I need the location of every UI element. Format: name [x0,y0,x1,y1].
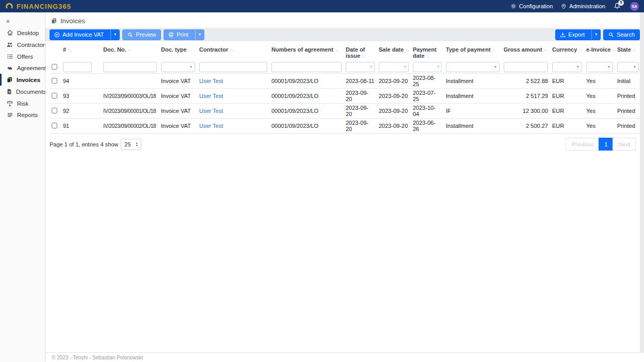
filter-currency-select[interactable]: ▾ [552,62,582,72]
print-dropdown-toggle[interactable]: ▾ [195,30,204,40]
sort-icon[interactable]: ↑↓ [362,54,365,59]
sort-icon[interactable]: ↑↓ [188,48,191,53]
clear-icon[interactable]: × [437,64,440,70]
col-doc-no[interactable]: Doc. No.↑↓ [101,44,159,61]
sidebar-item-risk[interactable]: Risk [0,97,45,109]
sort-icon[interactable]: ↑↓ [68,48,71,53]
chevron-down-icon: ▾ [577,65,579,69]
sidebar-item-reports[interactable]: Reports [0,109,45,121]
col-id[interactable]: #↑↓ [61,44,101,61]
cell-e-invoice: Yes [584,74,615,89]
print-button[interactable]: Print ▾ [164,29,204,40]
table-row[interactable]: 93 IV/2023/09/00003/OL/18 Invoice VAT Us… [50,89,644,104]
col-gross-amount[interactable]: Gross amount↑↓ [502,44,550,61]
sidebar-item-label: Agreements [17,65,49,71]
sidebar-item-contractors[interactable]: Contractors [0,39,45,51]
configuration-menu[interactable]: Configuration [510,3,553,9]
reports-icon [6,112,13,118]
chevron-down-icon: ▾ [494,65,496,69]
col-payment-date[interactable]: Payment date↑↓ [411,44,444,61]
page-1-button[interactable]: 1 [599,138,613,151]
plus-circle-icon [54,32,60,38]
sort-icon[interactable]: ↑↓ [613,48,616,53]
col-doc-type[interactable]: Doc. type↑↓ [159,44,197,61]
cell-type-of-payment: IF [444,104,502,119]
row-checkbox[interactable] [52,123,57,128]
filter-doc-no-input[interactable] [103,62,157,72]
cell-id: 93 [61,89,101,104]
filter-contractor-input[interactable] [199,62,267,72]
sidebar-item-invoices[interactable]: Invoices [0,74,45,86]
select-all-checkbox[interactable] [52,64,57,70]
add-invoice-vat-button[interactable]: Add Invoice VAT ▾ [50,29,120,40]
previous-page-button[interactable]: Previous [566,138,599,151]
filter-state-select[interactable]: ▾ [617,62,639,72]
filter-type-of-payment-select[interactable]: ▾ [446,62,500,72]
preview-button[interactable]: Preview [122,29,161,40]
contractor-link[interactable]: User Test [199,93,223,99]
sidebar-item-agreements[interactable]: Agreements [0,62,45,74]
cell-date-of-issue: 2023-09-20 [344,119,377,134]
sort-icon[interactable]: ↑↓ [492,48,495,53]
col-currency[interactable]: Currency↑↓ [550,44,584,61]
col-e-invoice[interactable]: e-Invoice↑↓ [584,44,615,61]
clear-icon[interactable]: × [369,64,373,70]
export-button[interactable]: Export ▾ [555,29,601,40]
chevron-down-icon: ▾ [114,32,116,37]
sort-icon[interactable]: ↑↓ [633,48,636,53]
row-checkbox[interactable] [52,93,57,98]
sort-icon[interactable]: ↑↓ [128,48,131,53]
col-state[interactable]: State↑↓ [615,44,641,61]
col-contractor[interactable]: Contractor↑↓ [197,44,269,61]
filter-e-invoice-select[interactable]: ▾ [586,62,613,72]
contractor-link[interactable]: User Test [199,78,223,84]
cell-payment-date: 2023-06-26 [411,119,444,134]
invoices-table-wrap: #↑↓ Doc. No.↑↓ Doc. type↑↓ Contractor↑↓ … [45,41,644,134]
scales-icon [6,100,13,107]
filter-agreement-input[interactable] [271,62,342,72]
col-agreement[interactable]: Numbers of agreement↑↓ [269,44,344,61]
sort-icon[interactable]: ↑↓ [405,48,408,53]
contractor-link[interactable]: User Test [199,123,223,129]
contractor-link[interactable]: User Test [199,108,223,114]
sidebar-item-offers[interactable]: Offers [0,51,45,62]
table-row[interactable]: 91 IV/2023/09/00002/OL/18 Invoice VAT Us… [50,119,644,134]
row-checkbox[interactable] [52,108,57,113]
sort-icon[interactable]: ↑↓ [578,48,582,53]
sidebar-item-label: Risk [17,101,28,107]
page-size-select[interactable]: 25 ▴▾ [121,139,141,150]
handshake-icon [6,65,13,71]
notifications-button[interactable]: 5 [614,2,622,10]
search-button[interactable]: Search [603,29,640,40]
pager: Previous 1 Next [566,138,636,151]
col-date-of-issue[interactable]: Date of issue↑↓ [344,44,377,61]
brand-logo[interactable]: FINANCING365 [5,2,71,10]
export-dropdown-toggle[interactable]: ▾ [591,30,600,40]
sort-icon[interactable]: ↑↓ [544,48,547,53]
filter-id-input[interactable] [63,62,92,72]
add-invoice-vat-dropdown-toggle[interactable]: ▾ [110,30,119,40]
invoices-icon [6,76,13,83]
cell-sale-date: 2023-09-20 [377,104,411,119]
cell-payment-date: 2023-10-04 [411,104,444,119]
cell-e-invoice: Yes [584,104,615,119]
sidebar-collapse-button[interactable]: « [0,15,45,27]
sort-icon[interactable]: ↑↓ [335,48,338,53]
col-type-of-payment[interactable]: Type of payment↑↓ [444,44,502,61]
table-row[interactable]: 94 Invoice VAT User Test 00001/09/2023/L… [50,74,644,89]
next-page-button[interactable]: Next [613,138,636,151]
filter-doc-type-select[interactable]: ▾ [161,62,195,72]
filter-gross-amount-input[interactable] [504,62,548,72]
table-row[interactable]: 92 IV/2023/09/00001/OL/18 Invoice VAT Us… [50,104,644,119]
clear-icon[interactable]: × [404,64,407,70]
sort-icon[interactable]: ↑↓ [426,54,429,59]
user-avatar[interactable]: SA [630,2,639,11]
sort-icon[interactable]: ↑↓ [230,48,233,53]
export-label: Export [568,31,585,38]
administration-menu[interactable]: Administration [561,3,605,10]
sidebar-item-documents[interactable]: Documents [0,86,45,97]
row-checkbox[interactable] [52,78,57,84]
sidebar-item-desktop[interactable]: Desktop [0,27,45,39]
col-sale-date[interactable]: Sale date↑↓ [377,44,411,61]
filter-row: ▾ × × × ▾ ▾ ▾ ▾ [50,61,644,74]
